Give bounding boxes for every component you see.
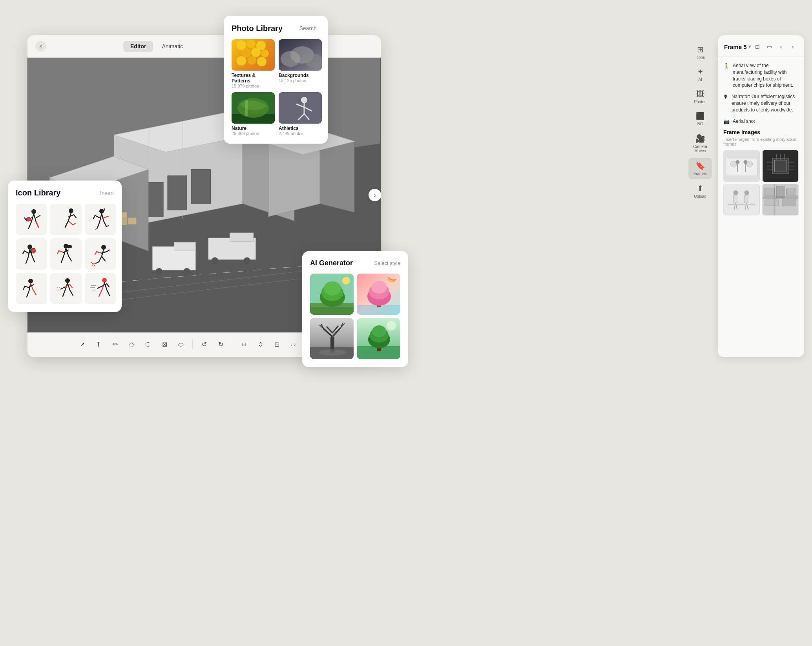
toolbar-divider-2 xyxy=(232,340,232,349)
right-panel-header: Frame 5 ▾ ⊡ ▭ ‹ › xyxy=(718,35,804,57)
canvas-next-arrow[interactable]: › xyxy=(369,189,381,201)
tab-editor[interactable]: Editor xyxy=(123,41,153,52)
svg-point-111 xyxy=(387,321,396,330)
editor-tabs: Editor Animatic xyxy=(123,41,190,52)
ai-panel-header: AI Generator Select style xyxy=(310,259,400,267)
tool-diamond[interactable]: ◇ xyxy=(125,338,138,351)
svg-rect-143 xyxy=(765,188,775,196)
svg-point-40 xyxy=(242,49,251,57)
sidebar-tool-ai[interactable]: ✦ AI xyxy=(688,64,712,85)
upload-label: Upload xyxy=(694,194,706,199)
tool-oval[interactable]: ⬭ xyxy=(174,338,188,351)
ai-tool-icon: ✦ xyxy=(697,68,703,76)
icon-item-4[interactable] xyxy=(16,238,47,270)
svg-rect-81 xyxy=(310,307,354,315)
ai-image-tree-meadow[interactable] xyxy=(357,318,400,359)
frame-thumb-city[interactable] xyxy=(762,184,799,215)
tool-text[interactable]: T xyxy=(92,338,105,351)
bg-icon: ⬛ xyxy=(696,112,704,120)
svg-rect-132 xyxy=(724,184,759,215)
svg-point-62 xyxy=(26,217,31,221)
icon-item-1[interactable] xyxy=(16,204,47,235)
tool-fill[interactable]: ⬡ xyxy=(141,338,155,351)
photo-thumb-nature xyxy=(232,92,275,124)
scene-item-1: 🚶 Aerial view of the manufacturing facil… xyxy=(723,62,799,89)
photo-category-backgrounds[interactable]: Backgrounds 13,125 photos xyxy=(279,39,322,88)
svg-point-104 xyxy=(319,349,346,356)
frame-thumb-lab[interactable] xyxy=(723,150,760,182)
tool-erase[interactable]: ⊠ xyxy=(158,338,171,351)
tool-redo[interactable]: ↻ xyxy=(214,338,227,351)
sidebar-tool-upload[interactable]: ⬆ Upload xyxy=(688,181,712,202)
svg-point-137 xyxy=(744,190,749,195)
icon-item-3[interactable] xyxy=(85,204,116,235)
icon-item-8[interactable] xyxy=(50,273,82,304)
svg-point-118 xyxy=(744,160,748,164)
svg-point-63 xyxy=(69,208,73,213)
svg-point-71 xyxy=(28,279,33,283)
frame-thumb-workers[interactable] xyxy=(723,184,760,215)
panel-comment-icon[interactable]: ▭ xyxy=(764,42,774,52)
photo-cat-name-athletics: Athletics xyxy=(279,126,322,131)
icon-library-panel: Icon Library Insert xyxy=(8,181,122,312)
ai-image-tree-dark[interactable] xyxy=(310,318,354,359)
svg-point-49 xyxy=(305,54,322,68)
ai-image-tree-pink[interactable] xyxy=(357,274,400,315)
close-button[interactable]: × xyxy=(35,41,46,52)
photo-search-button[interactable]: Search xyxy=(296,24,320,33)
photo-library-title: Photo Library xyxy=(232,24,283,33)
frame-thumb-chip[interactable] xyxy=(762,150,799,182)
tool-pencil[interactable]: ✏ xyxy=(108,338,122,351)
svg-rect-148 xyxy=(763,196,798,199)
toolbar-divider-1 xyxy=(192,340,193,349)
sidebar-tool-camera[interactable]: 🎥 Camera Moves xyxy=(688,131,712,156)
photo-library-panel: Photo Library Search xyxy=(224,16,328,144)
icon-item-7[interactable] xyxy=(16,273,47,304)
tool-flip-v[interactable]: ⇕ xyxy=(254,338,267,351)
scene-text-3: Aerial shot xyxy=(733,118,755,125)
right-sidebar: ⊞ Icons ✦ AI 🖼 Photos ⬛ BG 🎥 Camera Move… xyxy=(686,35,714,279)
icon-item-6[interactable] xyxy=(85,238,116,270)
tool-select[interactable]: ↗ xyxy=(75,338,89,351)
ai-style-button[interactable]: Select style xyxy=(374,260,400,266)
bg-label: BG xyxy=(697,122,703,126)
ai-image-tree-green[interactable] xyxy=(310,274,354,315)
sidebar-tool-frames[interactable]: 🔖 Frames xyxy=(688,158,712,179)
sidebar-tool-photos[interactable]: 🖼 Photos xyxy=(688,86,712,107)
close-icon: × xyxy=(39,43,42,49)
sidebar-tool-bg[interactable]: ⬛ BG xyxy=(688,109,712,129)
svg-point-44 xyxy=(248,56,256,65)
svg-point-133 xyxy=(734,190,738,195)
panel-next-button[interactable]: › xyxy=(788,42,798,52)
sidebar-tool-icons[interactable]: ⊞ Icons xyxy=(688,42,712,63)
icon-item-5[interactable] xyxy=(50,238,82,270)
icon-insert-button[interactable]: Insert xyxy=(100,190,114,196)
tool-crop[interactable]: ⊡ xyxy=(270,338,283,351)
svg-point-64 xyxy=(99,209,104,214)
svg-point-24 xyxy=(212,257,219,265)
photos-icon: 🖼 xyxy=(696,89,704,99)
frame-title: Frame 5 ▾ xyxy=(724,44,751,50)
icons-icon: ⊞ xyxy=(697,45,704,54)
photo-cat-count-athletics: 2,489 photos xyxy=(279,131,322,136)
right-panel-body: 🚶 Aerial view of the manufacturing facil… xyxy=(718,57,804,221)
tool-frame[interactable]: ▱ xyxy=(286,338,300,351)
svg-point-37 xyxy=(237,40,246,50)
tab-animatic[interactable]: Animatic xyxy=(155,41,190,52)
photo-category-nature[interactable]: Nature 28,869 photos xyxy=(232,92,275,136)
panel-prev-button[interactable]: ‹ xyxy=(776,42,786,52)
frame-images-grid xyxy=(723,150,799,215)
icon-item-2[interactable] xyxy=(50,204,82,235)
svg-point-61 xyxy=(31,209,36,214)
panel-frame-icon[interactable]: ⊡ xyxy=(752,42,763,52)
tool-flip-h[interactable]: ⇔ xyxy=(237,338,250,351)
svg-point-55 xyxy=(301,97,307,103)
svg-rect-33 xyxy=(128,218,136,224)
photo-category-athletics[interactable]: Athletics 2,489 photos xyxy=(279,92,322,136)
icon-item-9[interactable] xyxy=(85,273,116,304)
photo-library-header: Photo Library Search xyxy=(232,24,320,33)
photo-category-textures[interactable]: Textures & Patterns 15,979 photos xyxy=(232,39,275,88)
photo-cat-name-textures: Textures & Patterns xyxy=(232,73,275,84)
svg-rect-54 xyxy=(279,92,322,124)
tool-undo[interactable]: ↺ xyxy=(197,338,211,351)
